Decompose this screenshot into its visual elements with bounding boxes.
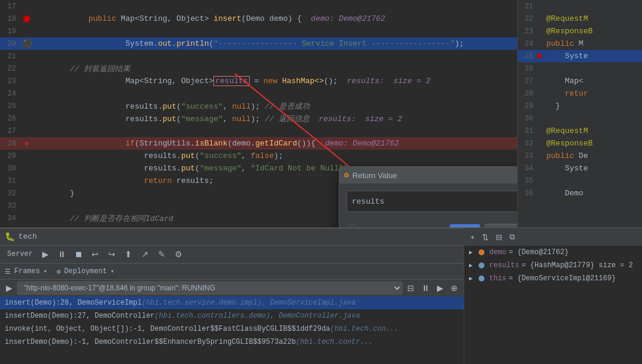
var-expand-results: ▶ <box>469 262 476 269</box>
toolbar-btn-settings[interactable]: ⚙ <box>171 247 186 261</box>
stack-file-3: (hbi.tech.contr... <box>296 338 373 346</box>
line-num-26: 26 <box>0 115 21 123</box>
var-key-demo: demo <box>489 248 506 257</box>
stack-method-3: insertDemo(Demo):-1, DemoController$$Enh… <box>5 338 296 346</box>
debug-tab-label[interactable]: tech <box>18 232 37 241</box>
vars-add-btn[interactable]: + <box>468 232 477 243</box>
method-insert: insert <box>213 14 241 23</box>
var-val-results: = {HashMap@21779} size = 2 <box>521 261 632 270</box>
error-icon-28: ⊗ <box>25 140 29 147</box>
toolbar-btn-run-cursor[interactable]: ↗ <box>137 247 153 261</box>
right-line-36: 36 Demo <box>518 187 642 200</box>
debug-val-18: demo: Demo@21762 <box>311 14 385 23</box>
stack-method-1: insertDemo(Demo):27, DemoController <box>5 312 155 320</box>
vars-toolbar: + ⇅ ⊟ ⧉ <box>464 228 642 246</box>
debug-toolbar: Server ▶ ⏸ ⏹ ↩ ↪ ⬆ ↗ ✎ ⚙ <box>0 245 464 264</box>
frames-label[interactable]: Frames <box>14 267 40 276</box>
stack-frame-3[interactable]: insertDemo(Demo):-1, DemoController$$Enh… <box>0 335 464 349</box>
vars-filter-btn[interactable]: ⊟ <box>493 232 505 243</box>
var-icon-demo <box>479 249 484 255</box>
stack-method-2: invoke(int, Object, Object[]):-1, DemoCo… <box>5 325 330 333</box>
toolbar-btn-step-over[interactable]: ↪ <box>104 247 119 261</box>
stack-frame-1[interactable]: insertDemo(Demo):27, DemoController (hbi… <box>0 309 464 322</box>
right-line-25: 25 Syste <box>518 50 642 62</box>
thread-settings-btn[interactable]: ⊕ <box>448 282 460 294</box>
toolbar-btn-step-into[interactable]: ↩ <box>87 247 103 261</box>
line-num-35: 35 <box>0 227 21 228</box>
right-line-29: 29 } <box>518 100 642 112</box>
right-line-34: 34 Syste <box>518 162 642 175</box>
frames-bar: ☰ Frames ▾ ⚙ Deployment ▾ <box>0 263 464 279</box>
variables-panel: + ⇅ ⊟ ⧉ ▶ demo = {Demo@21762} ▶ results … <box>464 228 642 364</box>
modal-title-left: ⚙ Return Value <box>344 170 397 180</box>
line-num-23: 23 <box>0 77 21 86</box>
code-line-18: 18 public Map<String, Object> insert(Dem… <box>0 12 517 25</box>
right-line-28: 28 retur <box>518 87 642 100</box>
line-num-31: 31 <box>0 177 21 185</box>
line-num-17: 17 <box>0 2 21 11</box>
debug-tab-bar: 🐛 tech <box>0 228 464 245</box>
line-num-25: 25 <box>0 102 21 110</box>
thread-pause-btn[interactable]: ⏸ <box>419 282 432 294</box>
modal-body <box>339 183 517 219</box>
var-item-this[interactable]: ▶ this = {DemoServiceImpl@21169} <box>464 272 642 285</box>
right-line-23: 23 @ResponseB <box>518 25 642 37</box>
modal-cancel-button[interactable]: Cancel <box>485 224 517 227</box>
frames-dropdown-arrow: ▾ <box>43 268 47 275</box>
breakpoint-18 <box>23 15 30 23</box>
thread-play-btn[interactable]: ▶ <box>4 282 15 294</box>
var-item-demo[interactable]: ▶ demo = {Demo@21762} <box>464 246 642 259</box>
code-line-20: 20 ⚫ System.out.println("---------------… <box>0 37 517 50</box>
thread-resume-btn[interactable]: ▶ <box>435 282 446 294</box>
stack-file-0: (hbi.tech.service.demo.impl), DemoServic… <box>141 299 355 307</box>
line-num-19: 19 <box>0 27 21 36</box>
modal-help-button[interactable]: ? <box>347 224 360 227</box>
var-val-this: = {DemoServiceImpl@21169} <box>509 274 616 283</box>
stack-frame-2[interactable]: invoke(int, Object, Object[]):-1, DemoCo… <box>0 322 464 335</box>
bottom-area: 🐛 tech Server ▶ ⏸ ⏹ ↩ ↪ ⬆ ↗ ✎ ⚙ ☰ Frames… <box>0 227 642 364</box>
toolbar-btn-pause[interactable]: ⏸ <box>54 247 70 261</box>
results-highlight-box: results <box>213 76 250 86</box>
code-line-26: 26 results.put("message", null); // 返回信息… <box>0 112 517 125</box>
right-line-24: 24 public M <box>518 37 642 50</box>
stack-frame-0[interactable]: insert(Demo):28, DemoServiceImpl (hbi.te… <box>0 296 464 309</box>
return-value-dialog[interactable]: ⚙ Return Value ✕ ? OK Cancel <box>339 166 517 227</box>
line-num-24: 24 <box>0 90 21 98</box>
var-icon-this <box>479 276 484 281</box>
right-line-22: 22 @RequestM <box>518 12 642 25</box>
right-line-35: 35 <box>518 175 642 187</box>
deployment-icon: ⚙ <box>56 268 61 276</box>
right-line-31: 31 @RequestM <box>518 125 642 137</box>
line-num-27: 27 <box>0 127 21 135</box>
right-line-32: 32 @ResponseB <box>518 137 642 150</box>
modal-input[interactable] <box>347 191 517 212</box>
modal-ok-button[interactable]: OK <box>449 224 480 227</box>
gutter-18 <box>21 15 33 23</box>
code-line-23: 23 Map<String, Object>results = new Hash… <box>0 75 517 87</box>
modal-action-buttons: OK Cancel <box>449 224 517 227</box>
bottom-left: 🐛 tech Server ▶ ⏸ ⏹ ↩ ↪ ⬆ ↗ ✎ ⚙ ☰ Frames… <box>0 228 464 364</box>
var-expand-this: ▶ <box>469 275 476 282</box>
editor-area: 17 18 public Map<String, Object> insert(… <box>0 0 642 227</box>
main-container: 17 18 public Map<String, Object> insert(… <box>0 0 642 364</box>
modal-title-text: Return Value <box>353 171 397 180</box>
var-item-results[interactable]: ▶ results = {HashMap@21779} size = 2 <box>464 259 642 272</box>
toolbar-btn-step-out[interactable]: ⬆ <box>121 247 136 261</box>
var-expand-demo: ▶ <box>469 249 476 256</box>
thread-filter-btn[interactable]: ⊟ <box>405 282 417 294</box>
right-line-30: 30 <box>518 112 642 125</box>
thread-selector[interactable]: "http-nio-8080-exec-17"@18,846 in group … <box>17 281 402 295</box>
toolbar-btn-evaluate[interactable]: ✎ <box>154 247 169 261</box>
gutter-20: ⚫ <box>21 39 33 49</box>
vars-copy-btn[interactable]: ⧉ <box>507 231 517 243</box>
toolbar-btn-stop[interactable]: ⏹ <box>71 247 86 261</box>
right-line-33: 33 public De <box>518 150 642 162</box>
var-key-results: results <box>489 261 519 270</box>
right-code-panel: 21 22 @RequestM 23 @ResponseB 24 <box>517 0 642 227</box>
vars-sort-btn[interactable]: ⇅ <box>480 232 491 243</box>
toolbar-btn-resume[interactable]: ▶ <box>37 247 53 261</box>
modal-icon: ⚙ <box>344 170 349 180</box>
deployment-label[interactable]: Deployment <box>64 267 107 276</box>
var-icon-results <box>479 262 484 268</box>
stack-frames-list: insert(Demo):28, DemoServiceImpl (hbi.te… <box>0 296 464 364</box>
